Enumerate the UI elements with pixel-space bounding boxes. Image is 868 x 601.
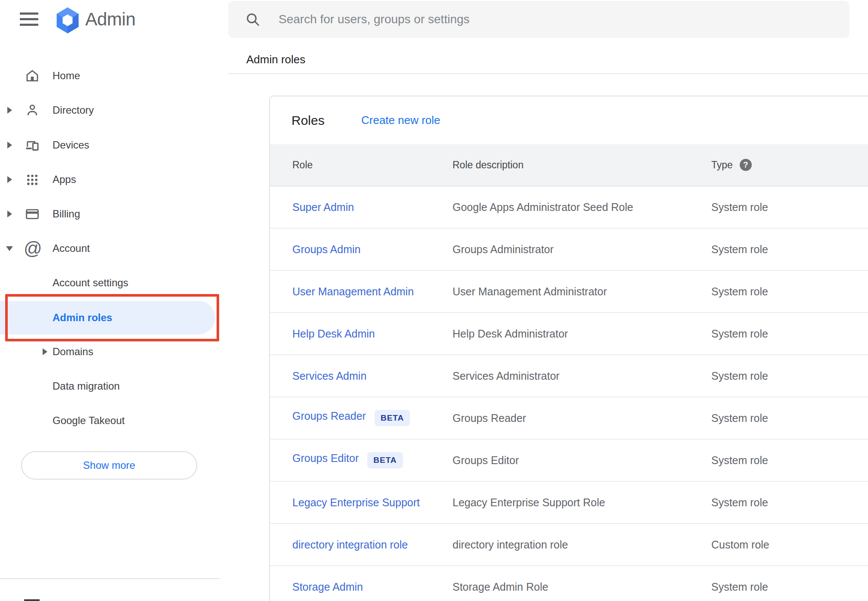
chevron-right-icon: [7, 142, 12, 149]
role-link[interactable]: User Management Admin: [292, 285, 414, 297]
role-link[interactable]: Super Admin: [292, 201, 354, 213]
role-type: System role: [711, 328, 868, 340]
breadcrumb: Admin roles: [246, 51, 305, 68]
role-description: Services Administrator: [453, 370, 711, 382]
sidebar-item-account-settings[interactable]: Account settings: [0, 266, 228, 300]
chevron-right-icon: [7, 107, 12, 114]
role-description: directory integration role: [453, 539, 711, 551]
role-type: System role: [711, 496, 868, 509]
role-link[interactable]: Groups Admin: [292, 243, 360, 255]
role-description: Storage Admin Role: [453, 581, 711, 593]
roles-panel-header: Roles Create new role: [270, 96, 868, 144]
truncated-bottom-icon: [24, 599, 40, 601]
sidebar-item-home[interactable]: Home: [0, 59, 228, 93]
role-type: System role: [711, 285, 868, 298]
sidebar: Admin Home Directory: [0, 0, 228, 601]
table-row: Groups EditorBETA Groups Editor System r…: [270, 440, 868, 482]
sidebar-item-domains[interactable]: Domains: [0, 335, 228, 369]
table-row: User Management Admin User Management Ad…: [270, 271, 868, 313]
role-type: System role: [711, 412, 868, 424]
admin-logo-icon[interactable]: [55, 7, 80, 32]
sidebar-item-label: Devices: [53, 128, 89, 162]
person-icon: [25, 103, 40, 118]
sidebar-item-devices[interactable]: Devices: [0, 128, 228, 162]
role-description: Groups Administrator: [453, 243, 711, 256]
beta-badge: BETA: [367, 452, 403, 468]
sidebar-item-apps[interactable]: Apps: [0, 162, 228, 197]
sidebar-item-label: Admin roles: [53, 300, 112, 335]
home-icon: [25, 68, 40, 83]
role-type: System role: [711, 454, 868, 467]
sidebar-item-label: Home: [53, 59, 80, 93]
at-sign-icon: @: [24, 239, 41, 258]
column-header-role: Role: [292, 159, 453, 171]
hamburger-menu-button[interactable]: [20, 11, 40, 27]
sidebar-divider: [0, 578, 220, 579]
table-row: Services Admin Services Administrator Sy…: [270, 355, 868, 397]
role-type: System role: [711, 201, 868, 214]
table-row: Legacy Enterprise Support Legacy Enterpr…: [270, 482, 868, 524]
search-icon: [245, 11, 261, 28]
sidebar-item-label: Data migration: [53, 369, 120, 403]
roles-panel: Roles Create new role Role Role descript…: [269, 96, 868, 601]
search-placeholder: Search for users, groups or settings: [279, 1, 470, 38]
sidebar-item-label: Domains: [53, 335, 93, 369]
sidebar-item-label: Account settings: [53, 266, 128, 300]
sidebar-item-label: Account: [53, 231, 90, 266]
table-row: Groups ReaderBETA Groups Reader System r…: [270, 397, 868, 440]
devices-icon: [25, 138, 40, 152]
role-link[interactable]: Legacy Enterprise Support: [292, 496, 420, 508]
app-header: Admin: [0, 0, 228, 40]
sidebar-item-label: Directory: [53, 93, 94, 127]
sidebar-item-billing[interactable]: Billing: [0, 197, 228, 231]
sidebar-item-data-migration[interactable]: Data migration: [0, 369, 228, 403]
table-row: Storage Admin Storage Admin Role System …: [270, 566, 868, 601]
column-header-description: Role description: [453, 159, 711, 171]
chevron-down-icon: [6, 246, 13, 251]
beta-badge: BETA: [375, 410, 410, 426]
role-type: System role: [711, 581, 868, 593]
chevron-right-icon: [43, 348, 47, 355]
table-header-row: Role Role description Type ?: [270, 144, 868, 186]
show-more-button[interactable]: Show more: [21, 451, 197, 480]
role-description: Help Desk Administrator: [453, 328, 711, 340]
role-description: User Management Administrator: [453, 285, 711, 298]
chevron-right-icon: [7, 176, 12, 183]
role-description: Groups Reader: [453, 412, 711, 424]
table-row: Help Desk Admin Help Desk Administrator …: [270, 313, 868, 355]
role-link[interactable]: Groups Editor: [292, 452, 359, 464]
role-link[interactable]: directory integration role: [292, 539, 408, 551]
panel-title: Roles: [291, 96, 325, 144]
role-description: Groups Editor: [453, 454, 711, 467]
role-link[interactable]: Storage Admin: [292, 581, 363, 593]
sidebar-item-google-takeout[interactable]: Google Takeout: [0, 403, 228, 438]
sidebar-item-admin-roles[interactable]: Admin roles: [0, 300, 228, 335]
role-description: Legacy Enterprise Support Role: [453, 496, 711, 509]
app-title: Admin: [85, 7, 136, 32]
sidebar-item-directory[interactable]: Directory: [0, 93, 228, 127]
role-type: System role: [711, 243, 868, 256]
search-input[interactable]: Search for users, groups or settings: [228, 1, 849, 38]
role-link[interactable]: Services Admin: [292, 370, 366, 382]
chevron-right-icon: [7, 211, 12, 217]
role-link[interactable]: Help Desk Admin: [292, 328, 375, 340]
role-type: System role: [711, 370, 868, 382]
apps-grid-icon: [25, 172, 40, 187]
create-new-role-link[interactable]: Create new role: [361, 96, 440, 144]
table-row: directory integration role directory int…: [270, 524, 868, 566]
role-link[interactable]: Groups Reader: [292, 410, 366, 422]
sidebar-item-label: Google Takeout: [53, 403, 125, 438]
role-type: Custom role: [711, 539, 868, 551]
header-divider: [228, 73, 868, 74]
sidebar-item-label: Apps: [53, 162, 76, 197]
table-row: Groups Admin Groups Administrator System…: [270, 229, 868, 271]
sidebar-item-label: Billing: [53, 197, 80, 231]
help-icon[interactable]: ?: [740, 159, 752, 171]
column-header-type: Type: [711, 159, 733, 171]
role-description: Google Apps Administrator Seed Role: [453, 201, 711, 214]
sidebar-item-account[interactable]: @ Account: [0, 231, 228, 266]
table-row: Super Admin Google Apps Administrator Se…: [270, 186, 868, 229]
credit-card-icon: [25, 207, 40, 221]
